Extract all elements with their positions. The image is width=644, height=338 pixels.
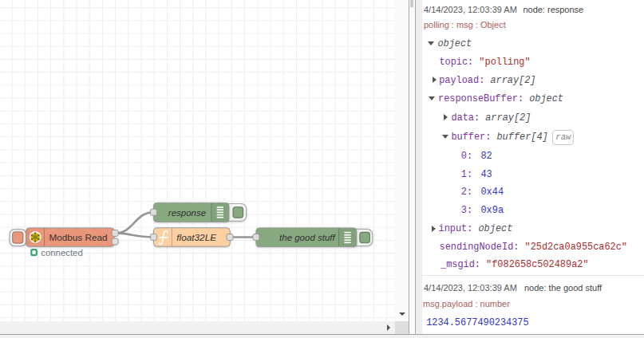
svg-text:Modbus Read: Modbus Read (49, 232, 108, 242)
svg-text:float32LE: float32LE (176, 232, 216, 243)
svg-text:connected: connected (41, 248, 83, 257)
svg-text:the good stuff: the good stuff (279, 233, 336, 242)
svg-text:response: response (168, 208, 206, 218)
